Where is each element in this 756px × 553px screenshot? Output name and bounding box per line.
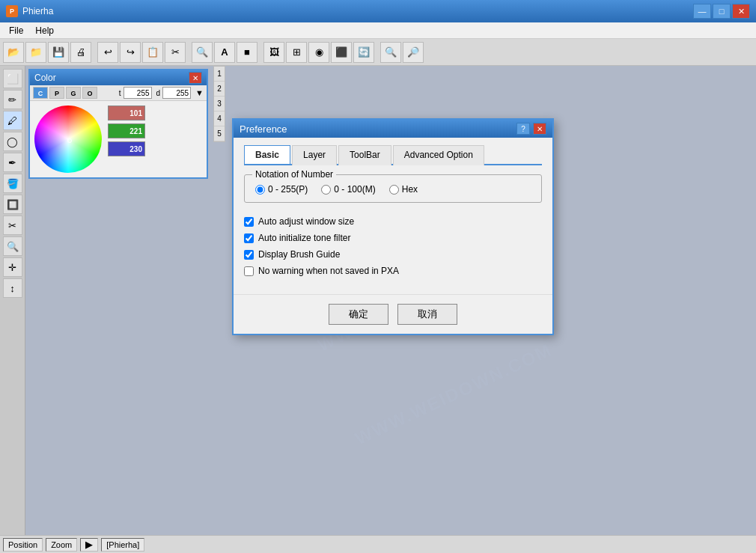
color-tab-o[interactable]: O [82,87,97,99]
layer-1: 1 [214,67,225,82]
color-tab-c[interactable]: C [33,87,48,99]
checkbox-no-warning[interactable]: No warning when not saved in PXA [244,266,542,276]
toolbar-img1[interactable]: 🖼 [263,42,284,63]
maximize-button[interactable]: □ [713,4,731,19]
dialog-close-button[interactable]: ✕ [533,123,546,135]
toolbar-text[interactable]: A [214,42,235,63]
dialog-content: Basic Layer ToolBar Advanced Option Nota… [234,138,552,287]
layer-2: 2 [214,82,225,97]
tool-cut[interactable]: ✂ [3,216,22,235]
radio-hex[interactable]: Hex [389,184,418,195]
title-bar: P Phierha — □ ✕ [0,0,756,22]
menu-bar: File Help [0,22,756,39]
layer-3: 3 [214,97,225,111]
color-wheel-cursor [67,138,72,143]
dialog-help-button[interactable]: ? [516,123,530,135]
main-toolbar: 📂 📁 💾 🖨 ↩ ↪ 📋 ✂ 🔍 A ■ 🖼 ⊞ ◉ ⬛ 🔄 🔍 🔎 [0,39,756,66]
color-tab-p[interactable]: P [49,87,64,99]
toolbar-new[interactable]: 📂 [3,42,24,63]
toolbar-search[interactable]: 🔍 [192,42,213,63]
dialog-title-controls: ? ✕ [516,123,546,135]
cancel-button[interactable]: 取消 [397,304,457,325]
tool-resize[interactable]: ↕ [3,278,22,298]
tool-rect[interactable]: 🔲 [3,195,22,214]
toolbar-rotate[interactable]: 🔄 [353,42,374,63]
color-wheel[interactable] [34,106,102,173]
color-panel: Color ✕ C P G O t d ▼ [28,69,208,179]
tool-move[interactable]: ✛ [3,257,22,277]
radio-group: 0 - 255(P) 0 - 100(M) Hex [255,184,531,195]
tab-advanced[interactable]: Advanced Option [393,145,484,165]
color-panel-close[interactable]: ✕ [189,72,202,84]
tab-toolbar[interactable]: ToolBar [338,145,391,165]
menu-help[interactable]: Help [29,24,60,37]
tool-brush[interactable]: 🖊 [3,111,22,130]
app-title: Phierha [22,6,693,16]
color-wheel-container[interactable] [34,106,102,173]
checkbox-auto-adjust[interactable]: Auto adjust window size [244,216,542,227]
preference-dialog[interactable]: Preference ? ✕ Basic Layer ToolBar Advan… [232,118,554,335]
toolbar-img2[interactable]: ⊞ [286,42,307,63]
tab-layer[interactable]: Layer [292,145,337,165]
dialog-title-bar: Preference ? ✕ [234,120,552,138]
toolbar-img3[interactable]: ◉ [308,42,329,63]
b-swatch: 230 [108,141,145,156]
color-tab-g[interactable]: G [66,87,81,99]
tool-shape[interactable]: ◯ [3,132,22,151]
toolbar-redo[interactable]: ↪ [120,42,141,63]
minimize-button[interactable]: — [693,4,711,19]
ok-button[interactable]: 确定 [329,304,388,325]
watermark2: WWW.WEIDOWN.COM [352,339,555,449]
checkbox-list: Auto adjust window size Auto initialize … [244,213,542,279]
titlebar-controls: — □ ✕ [693,4,750,19]
app-icon: P [6,5,18,17]
status-zoom: Zoom [46,538,77,552]
tool-fill[interactable]: 🪣 [3,174,22,193]
radio-0-100[interactable]: 0 - 100(M) [321,184,375,195]
layer-5: 5 [214,126,225,141]
toolbar-cut[interactable]: ✂ [165,42,186,63]
tool-zoom[interactable]: 🔍 [3,236,22,256]
radio-0-255[interactable]: 0 - 255(P) [255,184,308,195]
g-swatch: 221 [108,123,145,138]
status-play[interactable]: ▶ [80,538,98,552]
color-tabs: C P G O t d ▼ [30,85,207,101]
notation-legend: Notation of Number [252,169,336,180]
toolbar-copy[interactable]: 📋 [142,42,163,63]
checkbox-auto-tone[interactable]: Auto initialize tone filter [244,233,542,243]
toolbar-open[interactable]: 📁 [25,42,46,63]
status-position: Position [3,538,43,552]
status-appname: [Phierha] [101,538,144,552]
tool-select[interactable]: ⬜ [3,69,22,88]
tab-bar: Basic Layer ToolBar Advanced Option [244,145,542,165]
dialog-footer: 确定 取消 [234,294,552,334]
color-sliders: 101 221 230 [108,106,145,173]
t-value-input[interactable] [124,87,152,99]
layer-4: 4 [214,111,225,126]
toolbox: ⬜ ✏ 🖊 ◯ ✒ 🪣 🔲 ✂ 🔍 ✛ ↕ [0,66,25,535]
dialog-title: Preference [240,123,287,135]
toolbar-zoomin[interactable]: 🔍 [380,42,401,63]
toolbar-print[interactable]: 🖨 [70,42,91,63]
tool-pen[interactable]: ✒ [3,153,22,172]
tab-basic[interactable]: Basic [244,145,290,165]
close-button[interactable]: ✕ [732,4,750,19]
toolbar-img4[interactable]: ⬛ [331,42,352,63]
color-panel-title: Color ✕ [30,70,207,85]
toolbar-undo[interactable]: ↩ [97,42,118,63]
status-bar: Position Zoom ▶ [Phierha] [0,535,756,553]
toolbar-zoomout[interactable]: 🔎 [403,42,424,63]
toolbar-save[interactable]: 💾 [48,42,69,63]
layer-panel: 1 2 3 4 5 [213,66,225,142]
tool-pencil[interactable]: ✏ [3,90,22,109]
r-swatch: 101 [108,106,145,120]
checkbox-brush-guide[interactable]: Display Brush Guide [244,249,542,260]
toolbar-fill[interactable]: ■ [237,42,257,63]
d-value-input[interactable] [162,87,191,99]
color-panel-body: 101 221 230 [30,101,207,177]
menu-file[interactable]: File [3,24,29,37]
notation-group: Notation of Number 0 - 255(P) 0 - 100(M)… [244,174,542,203]
